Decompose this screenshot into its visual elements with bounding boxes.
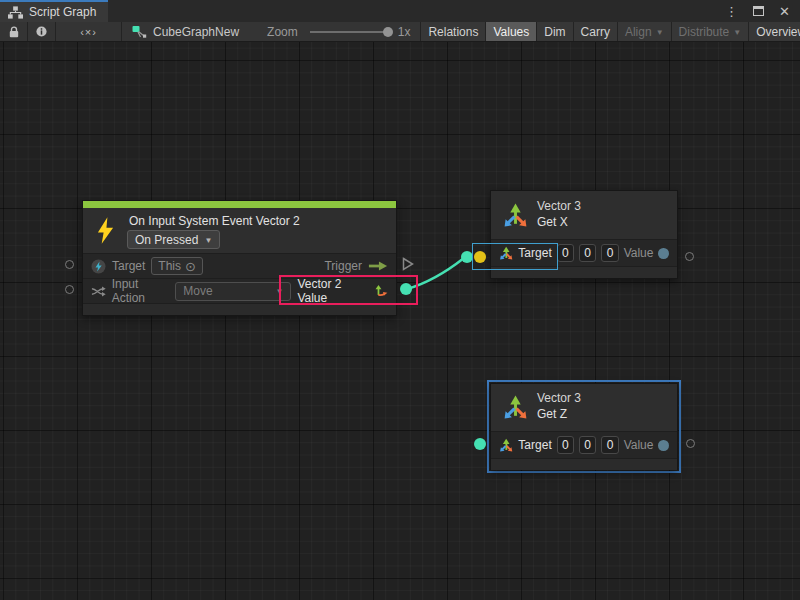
get-x-target-row: Target 0 0 0 Value xyxy=(491,239,677,266)
get-x-output-label: Value xyxy=(624,246,654,260)
get-z-footer xyxy=(491,458,677,470)
get-x-target-label: Target xyxy=(518,246,551,260)
vector3-small-icon xyxy=(499,246,513,261)
chevron-down-icon: ▼ xyxy=(204,237,212,245)
get-z-target-label: Target xyxy=(518,438,551,452)
get-z-target-row: Target 0 0 0 Value xyxy=(491,431,677,458)
button-label: Carry xyxy=(581,25,610,39)
zoom-label: Zoom xyxy=(267,25,298,39)
get-z-header[interactable]: Vector 3 Get Z xyxy=(491,384,677,431)
script-graph-asset-icon xyxy=(132,25,147,39)
zoom-value: 1x xyxy=(398,25,411,39)
graph-info-group: CubeGraphNew Zoom 1x xyxy=(122,22,420,41)
lightning-bolt-icon xyxy=(96,217,115,244)
event-node-title: On Input System Event Vector 2 xyxy=(129,214,300,228)
button-label: Distribute xyxy=(679,25,730,39)
button-label: Overview xyxy=(756,25,800,39)
get-z-value-z[interactable]: 0 xyxy=(601,436,618,454)
connection-endpoint-port[interactable] xyxy=(461,251,473,263)
chevron-down-icon: ▼ xyxy=(733,29,741,37)
get-x-value-y[interactable]: 0 xyxy=(579,244,596,262)
get-x-footer xyxy=(491,266,677,278)
get-z-value-x[interactable]: 0 xyxy=(557,436,574,454)
tab-label: Script Graph xyxy=(29,5,96,19)
inspect-button[interactable] xyxy=(28,22,56,41)
graph-hierarchy-icon xyxy=(8,6,23,19)
toolbar-button-carry[interactable]: Carry xyxy=(574,22,618,41)
script-graph-window: Script Graph ⋮ ✕ ‹×› xyxy=(0,0,800,600)
shuffle-icon xyxy=(91,285,106,298)
trigger-label: Trigger xyxy=(324,259,362,273)
input-action-dropdown[interactable]: Move ▼ xyxy=(175,282,291,301)
get-x-op-label: Get X xyxy=(537,215,568,229)
code-icon: ‹×› xyxy=(80,26,97,38)
button-label: Relations xyxy=(428,25,478,39)
get-z-target-port[interactable] xyxy=(474,438,486,450)
info-icon xyxy=(36,25,47,38)
chevron-down-icon: ▼ xyxy=(275,288,283,296)
vector2-value-label: Vector 2 Value xyxy=(297,277,368,305)
event-action-input-port[interactable] xyxy=(65,285,74,294)
get-z-op-label: Get Z xyxy=(537,407,567,421)
zoom-slider[interactable] xyxy=(310,31,392,33)
get-x-node[interactable]: Vector 3 Get X Target 0 0 0 Value xyxy=(490,190,678,279)
get-z-type-label: Vector 3 xyxy=(537,391,581,405)
get-z-value-dot[interactable] xyxy=(658,440,669,451)
event-target-row: Target This ⊙ Trigger xyxy=(83,253,396,278)
get-z-node[interactable]: Vector 3 Get Z Target 0 0 0 Value xyxy=(490,383,678,470)
trigger-output-port[interactable] xyxy=(402,257,414,271)
vector3-icon xyxy=(502,202,529,229)
lock-button[interactable] xyxy=(0,22,28,41)
event-badge-icon xyxy=(91,259,106,274)
input-action-label: Input Action xyxy=(112,277,170,305)
button-label: Align xyxy=(625,25,652,39)
get-x-header[interactable]: Vector 3 Get X xyxy=(491,191,677,239)
get-x-output-port[interactable] xyxy=(685,252,694,261)
button-label: Dim xyxy=(544,25,565,39)
connection-wire xyxy=(0,42,800,600)
preview-code-button[interactable]: ‹×› xyxy=(56,22,122,41)
vector3-small-icon xyxy=(499,438,513,453)
input-action-value: Move xyxy=(183,284,212,298)
get-x-value-dot[interactable] xyxy=(658,248,669,259)
maximize-icon[interactable] xyxy=(753,6,764,16)
scope-icon: ⊙ xyxy=(185,259,196,274)
zoom-slider-handle[interactable] xyxy=(383,27,393,37)
toolbar-button-relations[interactable]: Relations xyxy=(421,22,486,41)
tab-script-graph[interactable]: Script Graph xyxy=(0,0,108,22)
button-label: Values xyxy=(493,25,529,39)
window-controls: ⋮ ✕ xyxy=(725,0,800,22)
get-z-output-port[interactable] xyxy=(686,439,695,448)
get-x-value-z[interactable]: 0 xyxy=(601,244,618,262)
get-z-value-y[interactable]: 0 xyxy=(579,436,596,454)
chevron-down-icon: ▼ xyxy=(656,29,664,37)
event-node-accent-bar xyxy=(83,201,396,208)
close-icon[interactable]: ✕ xyxy=(779,5,790,18)
toolbar-button-dim[interactable]: Dim xyxy=(537,22,573,41)
target-label: Target xyxy=(112,259,145,273)
toolbar-button-distribute[interactable]: Distribute ▼ xyxy=(672,22,750,41)
graph-canvas[interactable]: On Input System Event Vector 2 On Presse… xyxy=(0,42,800,600)
toolbar-button-overview[interactable]: Overview xyxy=(749,22,800,41)
event-input-action-row: Input Action Move ▼ Vector 2 Value xyxy=(83,278,396,303)
tab-bar: Script Graph ⋮ ✕ xyxy=(0,0,800,22)
lock-icon xyxy=(9,26,19,38)
vector2-icon xyxy=(374,284,388,299)
event-node-header[interactable]: On Input System Event Vector 2 On Presse… xyxy=(83,208,396,253)
get-x-target-port[interactable] xyxy=(474,251,486,263)
toolbar-button-align[interactable]: Align ▼ xyxy=(618,22,672,41)
toolbar-button-values[interactable]: Values xyxy=(486,22,537,41)
event-target-input-port[interactable] xyxy=(65,260,74,269)
kebab-menu-icon[interactable]: ⋮ xyxy=(725,5,738,18)
get-z-output-label: Value xyxy=(624,438,654,452)
trigger-arrow-icon xyxy=(368,260,388,272)
event-mode-dropdown[interactable]: On Pressed ▼ xyxy=(127,230,220,249)
vector2-value-output-port[interactable] xyxy=(400,283,412,295)
event-mode-label: On Pressed xyxy=(135,233,198,247)
vector3-icon xyxy=(502,394,529,421)
graph-toolbar: ‹×› CubeGraphNew Zoom 1x Relations Value… xyxy=(0,22,800,42)
event-node[interactable]: On Input System Event Vector 2 On Presse… xyxy=(82,200,397,316)
get-x-value-x[interactable]: 0 xyxy=(557,244,574,262)
graph-name[interactable]: CubeGraphNew xyxy=(153,25,239,39)
target-this-chip[interactable]: This ⊙ xyxy=(151,257,203,275)
